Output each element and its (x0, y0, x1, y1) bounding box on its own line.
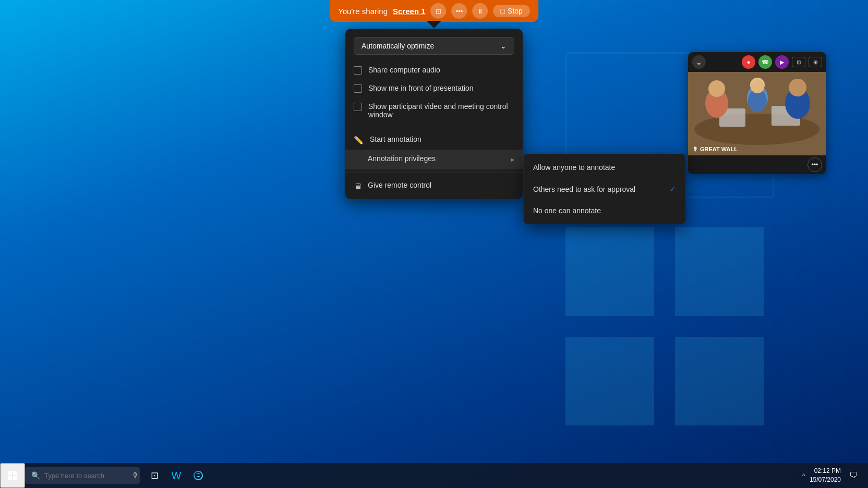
taskbar-right: ^ 02:12 PM 15/07/2020 🗨 (802, 467, 868, 484)
start-annotation-item[interactable]: ✏️ Start annotation (345, 130, 523, 150)
clock: 02:12 PM 15/07/2020 (810, 467, 841, 484)
svg-rect-12 (8, 471, 12, 475)
search-bar[interactable]: 🔍 🎙 (25, 467, 140, 484)
submenu-arrow-icon: ▸ (511, 156, 514, 163)
start-annotation-label: Start annotation (370, 135, 514, 143)
divider-2 (345, 173, 523, 173)
show-participant-video-checkbox[interactable] (354, 103, 362, 111)
no-one-annotate-label: No one can annotate (533, 206, 601, 215)
screen-view-btn[interactable]: ⊡ (431, 3, 447, 19)
annotation-privileges-label: Annotation privileges (368, 154, 505, 163)
optimize-selected-value: Automatically optimize (361, 42, 434, 50)
search-icon: 🔍 (31, 471, 40, 480)
video-btn[interactable]: ▶ (775, 55, 789, 69)
windows-logo-icon (8, 471, 17, 480)
video-panel-header: ⌄ ● ☎ ▶ ⊡ ⊞ (688, 52, 826, 72)
share-audio-item[interactable]: Share computer audio (345, 61, 523, 79)
optimize-select[interactable]: Automatically optimize ⌄ (354, 37, 514, 55)
task-view-btn[interactable]: ⊡ (144, 463, 165, 488)
video-label: 🎙 GREAT WALL (692, 146, 738, 152)
selected-checkmark-icon: ✓ (669, 184, 676, 194)
sharing-options-menu: Automatically optimize ⌄ Share computer … (345, 29, 523, 199)
no-one-annotate-item[interactable]: No one can annotate (524, 200, 685, 221)
sharing-text: You're sharing (338, 7, 388, 16)
give-remote-control-label: Give remote control (368, 181, 514, 189)
show-participant-video-item[interactable]: Show participant video and meeting contr… (345, 97, 523, 124)
clock-time: 02:12 PM (810, 467, 841, 475)
video-panel-footer: ••• (688, 155, 826, 174)
clock-date: 15/07/2020 (810, 475, 841, 484)
remote-control-icon: 🖥 (354, 181, 361, 190)
notification-btn[interactable]: 🗨 (845, 467, 862, 484)
show-participant-video-label: Show participant video and meeting contr… (368, 102, 514, 119)
allow-anyone-label: Allow anyone to annotate (533, 163, 615, 172)
screen-btn[interactable]: ⊡ (792, 57, 805, 67)
taskbar: 🔍 🎙 ⊡ W ^ 02:12 PM 15/07/2 (0, 463, 868, 488)
start-button[interactable] (0, 463, 25, 488)
svg-rect-14 (8, 476, 12, 480)
svg-rect-15 (13, 476, 17, 480)
video-thumbnail: 🎙 GREAT WALL (688, 72, 826, 155)
collapse-panel-btn[interactable]: ⌄ (692, 55, 706, 69)
record-btn[interactable]: ● (742, 55, 755, 69)
svg-point-11 (751, 80, 764, 93)
app-icon-w[interactable]: W (166, 463, 187, 488)
mic-icon: 🎙 (692, 146, 698, 152)
layout-btn[interactable]: ⊞ (809, 57, 822, 67)
annotation-icon: ✏️ (354, 136, 364, 145)
taskbar-icons: ⊡ W (144, 463, 209, 488)
more-options-btn[interactable]: ••• (452, 3, 467, 19)
edge-icon (192, 470, 204, 481)
meeting-photo (688, 72, 826, 155)
annotation-priv-icon (354, 155, 361, 165)
annotation-privileges-item[interactable]: Annotation privileges ▸ (345, 150, 523, 169)
svg-point-9 (789, 79, 806, 96)
win-logo-bl (565, 337, 654, 425)
app-icon-edge[interactable] (188, 463, 209, 488)
banner-arrow (427, 21, 441, 28)
video-panel-controls: ● ☎ ▶ ⊡ ⊞ (742, 55, 822, 69)
audio-btn[interactable]: ☎ (758, 55, 772, 69)
annotation-submenu: Allow anyone to annotate Others need to … (524, 154, 685, 224)
svg-point-5 (708, 80, 725, 97)
windows-logo-bg (565, 227, 764, 425)
system-tray: ^ (802, 472, 805, 480)
stop-icon: □ (501, 7, 505, 15)
others-ask-approval-item[interactable]: Others need to ask for approval ✓ (524, 178, 685, 200)
stop-label: Stop (508, 7, 523, 15)
show-me-front-checkbox[interactable] (354, 84, 362, 93)
divider-1 (345, 127, 523, 127)
video-panel: ⌄ ● ☎ ▶ ⊡ ⊞ (688, 52, 826, 174)
panel-more-btn[interactable]: ••• (807, 157, 822, 172)
show-me-front-item[interactable]: Show me in front of presentation (345, 79, 523, 97)
microphone-icon[interactable]: 🎙 (132, 471, 139, 480)
participant-name: GREAT WALL (700, 146, 738, 152)
share-audio-checkbox[interactable] (354, 66, 362, 75)
sharing-banner: You're sharing Screen 1 ⊡ ••• ⏸ □ Stop (330, 0, 538, 22)
tray-expand-icon[interactable]: ^ (802, 472, 805, 480)
others-ask-approval-label: Others need to ask for approval (533, 185, 635, 193)
pause-btn[interactable]: ⏸ (473, 3, 488, 19)
stop-button[interactable]: □ Stop (493, 5, 530, 17)
share-audio-label: Share computer audio (368, 66, 514, 74)
allow-anyone-item[interactable]: Allow anyone to annotate (524, 157, 685, 178)
win-logo-br (675, 337, 764, 425)
show-me-front-label: Show me in front of presentation (368, 84, 514, 92)
screen-name-link[interactable]: Screen 1 (393, 7, 426, 16)
search-input[interactable] (44, 472, 128, 480)
give-remote-control-item[interactable]: 🖥 Give remote control (345, 176, 523, 195)
meeting-svg (688, 72, 826, 155)
chevron-down-icon: ⌄ (500, 42, 507, 50)
svg-rect-13 (13, 471, 17, 475)
